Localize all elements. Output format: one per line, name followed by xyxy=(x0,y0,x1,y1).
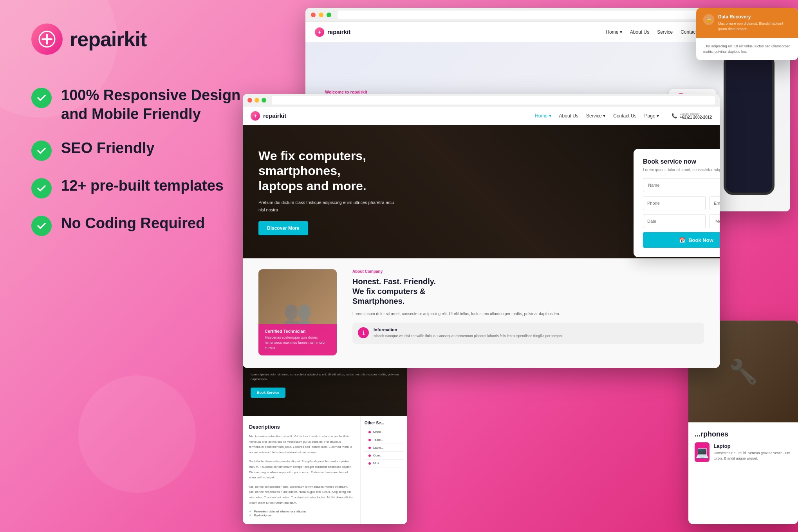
features-list: 100% Responsive Designand Mobile Friendl… xyxy=(31,86,266,236)
browser-dot-yellow-m xyxy=(255,98,259,103)
mockup-middle-lower: 👥 Certified Technician Maecenas sceleris… xyxy=(243,258,720,368)
check-icon-4 xyxy=(31,216,52,236)
bl-service-item-3: Lapto... xyxy=(365,444,403,452)
br-phones-text: ...rphones xyxy=(695,430,792,438)
bl-check-list: ✓ Fermentum dictumst etiam ornare ridicu… xyxy=(249,509,354,524)
site-nav-middle: + repairkit Home ▾ About Us Service ▾ Co… xyxy=(243,106,720,125)
book-service-button[interactable]: Book Service xyxy=(251,388,285,398)
feature-item-4: No Coding Required xyxy=(31,214,266,236)
feature-item-2: SEO Friendly xyxy=(31,139,266,161)
data-recovery-header: 🔒 Data Recovery Max ornare non dictumst.… xyxy=(696,8,798,38)
about-image: 👥 Certified Technician Maecenas sceleris… xyxy=(258,269,337,355)
br-laptop-section: 💻 Laptop Consectetur eu mi id. Aenean gr… xyxy=(695,442,792,462)
bl-service-dot-4 xyxy=(368,454,371,457)
nav-about[interactable]: About Us xyxy=(630,29,649,35)
logo-text: repairkit xyxy=(70,27,146,51)
bl-check-item-2: ✓ Eget mi ipsum xyxy=(249,513,306,517)
info-content-title: Information xyxy=(374,327,563,332)
browser-dot-green xyxy=(327,13,331,17)
dr-content: Data Recovery Max ornare non dictumst. B… xyxy=(718,14,791,32)
browser-dot-red-m xyxy=(247,98,252,103)
hero-section-middle: We fix computers,smartphones,laptops and… xyxy=(243,125,720,258)
other-services-panel: Other Se... Mobil... Table... Lapto... C… xyxy=(360,416,407,524)
bl-service-text-1: Mobil... xyxy=(373,430,383,434)
bl-service-item-2: Table... xyxy=(365,436,403,444)
bl-service-text-2: Table... xyxy=(373,438,383,442)
bl-desc-text-1: Nisl in malesuada etiam si velit. Vel di… xyxy=(249,434,354,455)
lock-icon: 🔒 xyxy=(703,14,714,25)
book-title: Book service now xyxy=(643,158,720,165)
about-content: About Company Honest. Fast. Friendly.We … xyxy=(352,269,704,357)
bl-content: Descriptions Nisl in malesuada etiam si … xyxy=(243,416,360,524)
book-name-input[interactable] xyxy=(643,178,720,192)
book-now-button[interactable]: 📅 Book Now xyxy=(643,232,720,248)
nav-home[interactable]: Home ▾ xyxy=(606,29,622,35)
bl-checkmark-2: ✓ xyxy=(249,513,252,517)
nav-items-middle: Home ▾ About Us Service ▾ Contact Us Pag… xyxy=(535,112,712,119)
nav-home-m[interactable]: Home ▾ xyxy=(535,113,551,119)
nav-logo-icon-m: + xyxy=(251,111,260,121)
browser-dot-green-m xyxy=(262,98,266,103)
bl-desc-title: Descriptions xyxy=(249,424,354,430)
check-icon-1 xyxy=(31,88,52,108)
bl-service-text-3: Lapto... xyxy=(373,446,384,449)
logo-area: repairkit xyxy=(31,23,266,55)
nav-about-m[interactable]: About Us xyxy=(559,113,578,119)
nav-logo-icon: + xyxy=(315,27,324,37)
book-email-input[interactable] xyxy=(710,196,720,210)
bl-check-text-2: Eget mi ipsum xyxy=(254,514,271,517)
other-services-title: Other Se... xyxy=(365,421,403,425)
phone-mockup xyxy=(724,54,775,195)
nav-logo-text: repairkit xyxy=(327,29,350,35)
hero-main-desc: Pretium dui dictum class tristique adipi… xyxy=(258,199,399,213)
nav-service-m[interactable]: Service ▾ xyxy=(586,113,605,119)
nav-contact-m[interactable]: Contact Us xyxy=(613,113,636,119)
dr-desc: Max ornare non dictumst. Blandit habitan… xyxy=(718,21,791,32)
bl-service-item-4: Com... xyxy=(365,452,403,460)
certified-overlay: Certified Technician Maecenas scelerisqu… xyxy=(258,324,337,356)
browser-dot-yellow xyxy=(319,13,323,17)
bl-service-text-5: Mini... xyxy=(373,462,381,465)
browser-dot-red xyxy=(311,13,316,17)
mockup-middle: + repairkit Home ▾ About Us Service ▾ Co… xyxy=(243,94,720,368)
dr-body: ...tur adipiscing elit. Ut elit tellus, … xyxy=(696,38,798,60)
bl-check-col-1: ✓ Fermentum dictumst etiam ornare ridicu… xyxy=(249,509,306,517)
logo-icon xyxy=(31,23,63,55)
dr-title: Data Recovery xyxy=(718,14,791,20)
check-icon-3 xyxy=(31,178,52,198)
discover-more-button[interactable]: Discover More xyxy=(258,221,308,235)
bl-lower: Descriptions Nisl in malesuada etiam si … xyxy=(243,416,407,524)
mockups-area: + repairkit Home ▾ About Us Service Cont… xyxy=(274,0,798,532)
about-tag: About Company xyxy=(352,269,704,274)
bl-checkmark-1: ✓ xyxy=(249,509,252,513)
bl-service-dot-3 xyxy=(368,447,371,449)
feature-text-4: No Coding Required xyxy=(61,214,205,233)
book-phone-input[interactable] xyxy=(643,196,706,210)
about-desc: Lorem ipsum dolor sit amet, consectetur … xyxy=(352,311,704,317)
calendar-icon: 📅 xyxy=(679,237,685,243)
nav-service[interactable]: Service xyxy=(657,29,673,35)
book-desc: Lorem ipsum dolor sit amet, consectetur … xyxy=(643,168,720,172)
certified-desc: Maecenas scelerisque quis donec himenaeo… xyxy=(265,335,330,351)
bl-check-item-1: ✓ Fermentum dictumst etiam ornare ridicu… xyxy=(249,509,306,513)
bl-service-item-5: Mini... xyxy=(365,460,403,467)
book-service-select[interactable]: Mobile Phone Tablet Laptop Computer xyxy=(710,214,720,228)
bl-service-text-4: Com... xyxy=(373,454,383,457)
bl-service-dot-5 xyxy=(368,462,371,465)
book-row-phone-email xyxy=(643,196,720,210)
feature-item-1: 100% Responsive Designand Mobile Friendl… xyxy=(31,86,266,123)
book-date-input[interactable] xyxy=(643,214,706,228)
info-icon: ℹ xyxy=(358,327,369,338)
bl-desc-text-2: Sollicitudin diam ante gravida aliquet. … xyxy=(249,459,354,480)
nav-page-m[interactable]: Page ▾ xyxy=(645,113,659,119)
feature-text-3: 12+ pre-built templates xyxy=(61,177,224,195)
feature-text-1: 100% Responsive Designand Mobile Friendl… xyxy=(61,86,240,123)
nav-logo-m: + repairkit xyxy=(251,111,286,121)
mockup-data-recovery: 🔒 Data Recovery Max ornare non dictumst.… xyxy=(696,8,798,60)
info-box: ℹ Information Blandit natoque vel nisi c… xyxy=(352,323,704,344)
book-now-label: Book Now xyxy=(688,237,713,243)
br-content: ...rphones 💻 Laptop Consectetur eu mi id… xyxy=(688,422,798,470)
browser-url-m xyxy=(272,96,715,105)
laptop-icon: 💻 xyxy=(695,442,710,462)
info-content: Information Blandit natoque vel nisi con… xyxy=(374,327,563,339)
